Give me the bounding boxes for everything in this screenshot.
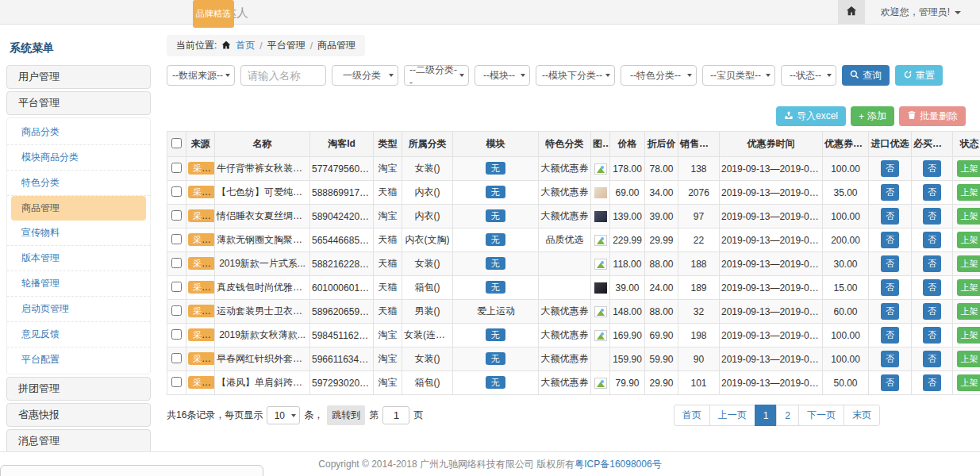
status-button[interactable]: 上架 [957,279,980,296]
jump-page-input[interactable] [382,406,409,424]
row-checkbox[interactable] [171,282,182,292]
import-select-toggle[interactable]: 否 [881,184,899,201]
prev-page-button[interactable]: 上一页 [709,405,755,426]
breadcrumb-home-link[interactable]: 首页 [236,39,255,52]
sidebar-subitem[interactable]: 轮播管理 [7,271,150,297]
icon-cell [591,205,610,228]
module-select[interactable]: --模块-- [475,65,530,86]
import-select-toggle[interactable]: 否 [881,303,899,320]
import-excel-button[interactable]: 导入excel [776,106,846,126]
must-buy-toggle[interactable]: 否 [923,208,941,225]
taoke-id: 577479560965 [310,157,374,181]
row-checkbox[interactable] [171,258,182,268]
must-buy-toggle[interactable]: 否 [923,351,941,367]
product-name: 【七色纺】可爱纯棉家... [215,181,310,205]
import-select-toggle[interactable]: 否 [881,351,899,367]
row-checkbox[interactable] [171,305,182,316]
status-button[interactable]: 上架 [957,184,980,201]
sidebar-subitem[interactable]: 商品分类 [7,120,150,145]
module-sub-select[interactable]: --模块下分类-- [536,65,615,86]
per-page-select[interactable]: 10 [267,406,300,424]
feature-category-select[interactable]: --特色分类-- [621,65,697,86]
level2-category-select[interactable]: --二级分类-- [404,65,469,86]
reset-button[interactable]: 重置 [895,65,943,86]
status-select[interactable]: --状态-- [781,65,836,86]
status-button[interactable]: 上架 [957,232,980,248]
must-buy-toggle[interactable]: 否 [923,279,941,296]
sidebar-group[interactable]: 省惠快报 [6,403,151,427]
page-1-button[interactable]: 1 [755,405,778,426]
import-select-toggle[interactable]: 否 [881,160,899,177]
copyright-text: Copyright © 2014-2018 广州九驰网络科技有限公司 版权所有 [318,458,575,471]
user-menu[interactable]: 欢迎您，管理员! [865,0,980,25]
status-button[interactable]: 上架 [957,255,980,272]
must-buy-toggle[interactable]: 否 [923,374,941,391]
sidebar-group[interactable]: 拼团管理 [6,377,151,401]
table-row: 采集 运动套装男士卫衣初秋... 589620659791 天猫 男装() 品牌… [167,300,980,324]
item-type-select[interactable]: --宝贝类型-- [702,65,775,86]
sales-count: 198 [678,324,720,347]
next-page-button[interactable]: 下一页 [798,405,844,426]
must-buy-toggle[interactable]: 否 [923,184,941,201]
sidebar-subitem[interactable]: 平台配置 [7,347,150,372]
first-page-button[interactable]: 首页 [674,405,710,426]
status-button[interactable]: 上架 [957,303,980,320]
page-2-button[interactable]: 2 [776,405,799,426]
row-checkbox[interactable] [171,377,182,387]
row-checkbox[interactable] [171,234,182,244]
sidebar-group-users[interactable]: 用户管理 [6,65,151,89]
name-search-input[interactable] [240,65,326,86]
status-button[interactable]: 上架 [957,208,980,225]
discount-price: 24.00 [645,276,678,300]
add-button[interactable]: + 添加 [851,106,894,126]
status-button[interactable]: 上架 [957,327,980,344]
navbar-right: 欢迎您，管理员! [838,0,980,25]
must-buy-toggle[interactable]: 否 [923,160,941,177]
level1-category-select[interactable]: 一级分类 [332,65,398,86]
icp-link[interactable]: 粤ICP备16098006号 [575,458,661,471]
sidebar-subitem[interactable]: 宣传物料 [7,221,150,246]
sidebar-group-platform[interactable]: 平台管理 [6,91,151,115]
must-buy-toggle[interactable]: 否 [923,327,941,344]
status-button[interactable]: 上架 [957,374,980,391]
product-type: 淘宝 [374,371,402,395]
product-type: 淘宝 [374,324,402,347]
coupon-amount: 100.00 [823,157,869,181]
sidebar-subitem[interactable]: 意见反馈 [7,322,150,347]
select-all-checkbox[interactable] [171,138,182,148]
last-page-button[interactable]: 末页 [844,405,880,426]
search-button[interactable]: 查询 [842,65,890,86]
row-checkbox[interactable] [171,329,182,340]
sidebar-group[interactable]: 消息管理 [6,429,151,453]
source-select[interactable]: --数据来源-- [167,65,235,86]
row-checkbox[interactable] [171,163,182,173]
row-checkbox[interactable] [171,353,182,363]
import-select-toggle[interactable]: 否 [881,208,899,225]
must-buy-toggle[interactable]: 否 [923,232,941,248]
must-buy-toggle[interactable]: 否 [923,303,941,320]
caret-down-icon [827,74,832,77]
module-badge: 无 [486,186,505,198]
row-checkbox[interactable] [171,186,182,197]
status-button[interactable]: 上架 [957,351,980,367]
home-button[interactable] [838,0,865,25]
sidebar-subitem[interactable]: 商品管理 [11,196,146,221]
import-select-toggle[interactable]: 否 [881,374,899,391]
coupon-amount: 100.00 [823,347,869,371]
status-button[interactable]: 上架 [957,160,980,177]
import-select-toggle[interactable]: 否 [881,327,899,344]
product-name: 早春网红针织外套女春... [215,347,310,371]
batch-delete-button[interactable]: 批量删除 [899,106,966,126]
sidebar-subitem[interactable]: 版本管理 [7,246,150,271]
import-select-toggle[interactable]: 否 [881,255,899,272]
navbar: V省钱达人 欢迎您，管理员! [0,0,980,25]
row-checkbox[interactable] [171,210,182,221]
sidebar-subitem[interactable]: 启动页管理 [7,297,150,322]
must-buy-toggle[interactable]: 否 [923,255,941,272]
import-select-toggle[interactable]: 否 [881,232,899,248]
sidebar-subitem[interactable]: 特色分类 [7,171,150,196]
sidebar-subitem[interactable]: 模块商品分类 [7,145,150,171]
caret-down-icon [605,74,610,77]
import-select-toggle[interactable]: 否 [881,279,899,296]
jump-button[interactable]: 跳转到 [327,405,365,425]
